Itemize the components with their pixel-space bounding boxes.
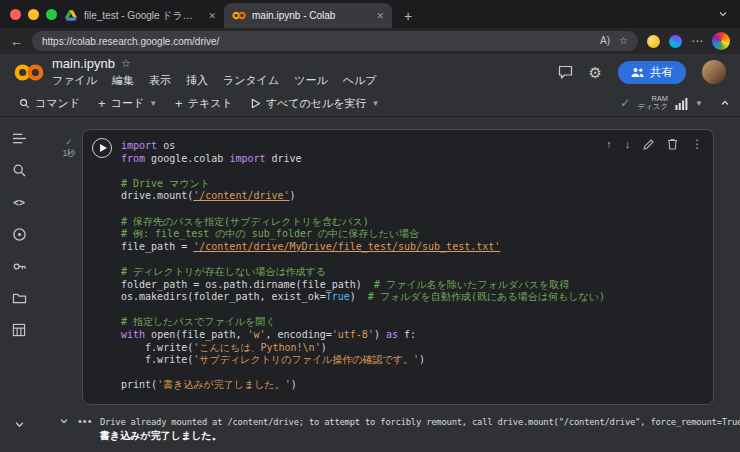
browser-menu-icon[interactable]: ⋯	[691, 35, 703, 47]
code-line[interactable]: file_path = '/content/drive/MyDrive/file…	[121, 241, 705, 254]
url-text[interactable]: https://colab.research.google.com/drive/	[42, 36, 591, 47]
minimize-window-button[interactable]	[28, 9, 39, 20]
read-aloud-icon[interactable]: A)	[600, 36, 610, 46]
share-button[interactable]: 共有	[618, 61, 686, 84]
extension-icon[interactable]	[647, 35, 660, 48]
code-line[interactable]	[121, 367, 705, 380]
variables-icon[interactable]	[10, 225, 28, 243]
close-window-button[interactable]	[10, 9, 21, 20]
code-line[interactable]	[121, 253, 705, 266]
output-options-icon[interactable]: •••	[78, 416, 93, 426]
notebook-title-block: main.ipynb ☆ ファイル編集表示挿入ランタイムツールヘルプ	[52, 56, 377, 88]
code-line[interactable]: with open(file_path, 'w', encoding='utf-…	[121, 329, 705, 342]
code-line[interactable]: # 保存先のパスを指定(サブディレクトリを含むパス)	[121, 216, 705, 229]
find-replace-icon[interactable]	[10, 161, 28, 179]
menu-item[interactable]: ランタイム	[223, 73, 279, 88]
tab-drive[interactable]: file_test - Google ドライブ ✕	[56, 3, 224, 28]
drive-favicon-icon	[64, 9, 78, 23]
settings-gear-icon[interactable]: ⚙	[589, 65, 602, 80]
code-line[interactable]: f.write('こんにちは、Python!\n')	[121, 342, 705, 355]
run-cell-button[interactable]	[92, 138, 112, 158]
notebook-title[interactable]: main.ipynb	[52, 56, 115, 71]
menu-bar: ファイル編集表示挿入ランタイムツールヘルプ	[52, 73, 377, 88]
new-tab-icon[interactable]: +	[404, 9, 412, 23]
exec-success-icon: ✓	[65, 137, 73, 147]
command-palette-button[interactable]: コマンド	[10, 96, 89, 111]
url-field[interactable]: https://colab.research.google.com/drive/…	[32, 31, 638, 51]
tab-title: file_test - Google ドライブ	[84, 9, 202, 23]
resource-bars-icon	[675, 97, 688, 110]
browser-profile-avatar[interactable]	[712, 32, 730, 50]
share-people-icon	[631, 67, 644, 78]
run-all-button[interactable]: すべてのセルを実行 ▼	[242, 96, 389, 111]
favorite-star-icon[interactable]: ☆	[619, 36, 628, 46]
menu-item[interactable]: ヘルプ	[343, 73, 377, 88]
menu-item[interactable]: 編集	[112, 73, 134, 88]
back-icon[interactable]: ←	[10, 35, 23, 48]
tab-list: file_test - Google ドライブ ✕ main.ipynb - C…	[56, 0, 412, 28]
output-collapse-icon[interactable]	[59, 416, 69, 426]
menu-item[interactable]: ファイル	[52, 73, 97, 88]
delete-cell-icon[interactable]	[667, 138, 678, 150]
header-actions: ⚙ 共有	[558, 60, 726, 84]
add-text-button[interactable]: + テキスト	[166, 96, 242, 111]
code-line[interactable]	[121, 165, 705, 178]
edit-cell-icon[interactable]	[643, 139, 654, 150]
success-check-icon: ✓	[620, 96, 630, 110]
cell-editor-block: ↑ ↓ ⋮ import osfrom google.colab import …	[82, 129, 714, 405]
code-line[interactable]: drive.mount('/content/drive')	[121, 190, 705, 203]
resource-monitor[interactable]: ✓ RAM ディスク ▼	[620, 95, 730, 112]
data-table-icon[interactable]	[10, 321, 28, 339]
code-line[interactable]: # Drive マウント	[121, 178, 705, 191]
comment-icon[interactable]	[558, 65, 573, 79]
code-line[interactable]: print('書き込みが完了しました。')	[121, 379, 705, 392]
close-tab-icon[interactable]: ✕	[376, 11, 384, 21]
code-line[interactable]: f.write('サブディレクトリのファイル操作の確認です。')	[121, 354, 705, 367]
code-line[interactable]: # 指定したパスでファイルを開く	[121, 316, 705, 329]
maximize-window-button[interactable]	[46, 9, 57, 20]
code-line[interactable]: from google.colab import drive	[121, 153, 705, 166]
move-cell-up-icon[interactable]: ↑	[606, 139, 612, 150]
disk-label: ディスク	[637, 103, 668, 112]
code-line[interactable]: # ディレクトリが存在しない場合は作成する	[121, 266, 705, 279]
window-controls	[10, 9, 57, 20]
play-icon	[251, 98, 261, 109]
more-options-icon[interactable]: ⋮	[691, 137, 703, 151]
extension-icon[interactable]	[669, 35, 682, 48]
files-folder-icon[interactable]	[10, 289, 28, 307]
tab-colab[interactable]: main.ipynb - Colab ✕	[224, 3, 392, 28]
toc-icon[interactable]	[10, 129, 28, 147]
output-line: Drive already mounted at /content/drive;…	[100, 415, 740, 429]
cell-toolbar: ↑ ↓ ⋮	[606, 137, 703, 151]
colab-logo-icon	[14, 63, 44, 82]
exec-time: 1秒	[62, 148, 75, 160]
code-line[interactable]: os.makedirs(folder_path, exist_ok=True) …	[121, 291, 705, 304]
menu-item[interactable]: ツール	[294, 73, 328, 88]
notebook-toolbar: コマンド + コード ▼ + テキスト すべてのセルを実行 ▼ ✓ RAM ディ…	[0, 90, 740, 117]
menu-item[interactable]: 挿入	[186, 73, 208, 88]
plus-icon: +	[175, 97, 183, 110]
run-all-label: すべてのセルを実行	[266, 96, 367, 111]
code-line[interactable]	[121, 304, 705, 317]
menu-item[interactable]: 表示	[149, 73, 171, 88]
plus-icon: +	[98, 97, 106, 110]
code-editor[interactable]: import osfrom google.colab import drive …	[121, 140, 705, 392]
secrets-key-icon[interactable]	[10, 257, 28, 275]
add-code-button[interactable]: + コード ▼	[89, 96, 166, 111]
notebook-star-icon[interactable]: ☆	[121, 57, 131, 70]
tab-list-chevron-icon[interactable]	[718, 9, 728, 19]
move-cell-down-icon[interactable]: ↓	[625, 139, 631, 150]
user-avatar[interactable]	[702, 60, 726, 84]
notebook-main: ✓ 1秒 ↑ ↓ ⋮ import osfro	[38, 117, 740, 452]
browser-address-bar: ← https://colab.research.google.com/driv…	[0, 28, 740, 54]
bottom-pane-chevron-icon[interactable]	[0, 419, 38, 430]
code-line[interactable]: # 例: file_test の中の sub_folder の中に保存したい場合	[121, 228, 705, 241]
close-tab-icon[interactable]: ✕	[208, 11, 216, 21]
code-line[interactable]: folder_path = os.path.dirname(file_path)…	[121, 279, 705, 292]
header-collapse-icon[interactable]	[720, 98, 730, 108]
code-line[interactable]	[121, 203, 705, 216]
caret-down-icon: ▼	[149, 99, 157, 108]
code-snippets-icon[interactable]: <>	[10, 193, 28, 211]
run-play-icon	[100, 144, 107, 152]
cell-output: ••• Drive already mounted at /content/dr…	[56, 415, 740, 443]
